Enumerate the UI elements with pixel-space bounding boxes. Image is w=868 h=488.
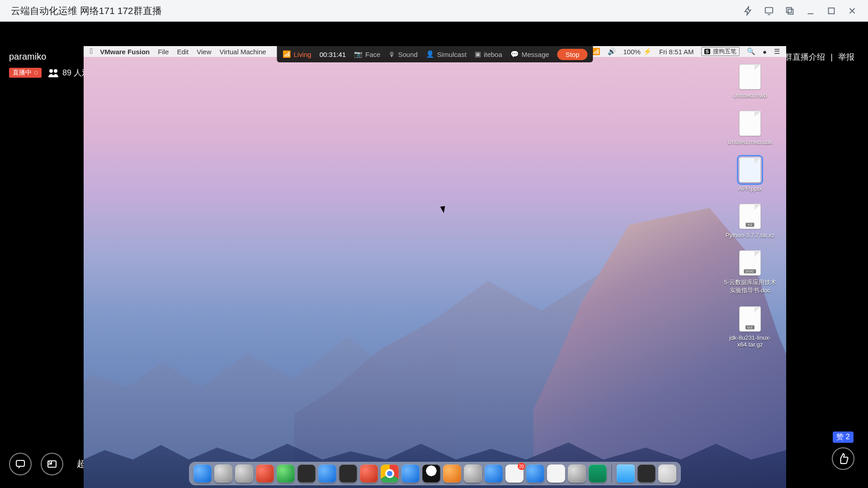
viewers-icon: [48, 68, 59, 77]
file-label: Untitled.mwb.bak: [727, 139, 773, 145]
desktop-file[interactable]: APP.pptx: [723, 157, 777, 192]
stream-status: 📶 Living: [283, 50, 311, 58]
toolbar-screen-icon[interactable]: [764, 6, 774, 16]
stream-simulcast-toggle[interactable]: 👤 Simulcast: [426, 50, 467, 58]
dock-separator: [611, 465, 612, 483]
chat-icon: [15, 459, 26, 469]
file-icon: XZ: [739, 204, 761, 229]
dock-item-display[interactable]: [637, 465, 656, 483]
like-button[interactable]: [832, 447, 854, 470]
player-stage: paramiko 直播中 89 人观看 群直播介绍 | 举报 赞 2 超清 说点…: [0, 22, 868, 488]
minimize-icon[interactable]: [806, 6, 816, 16]
stream-links: 群直播介绍 | 举报: [784, 52, 854, 62]
shared-screen:  VMware Fusion File Edit View Virtual M…: [84, 46, 786, 488]
svg-rect-2: [788, 9, 793, 14]
dock-item-netease[interactable]: [360, 465, 378, 483]
stream-message-toggle[interactable]: 💬 Message: [510, 50, 549, 58]
dock-item-app-2[interactable]: [256, 465, 274, 483]
link-intro[interactable]: 群直播介绍: [784, 52, 825, 62]
close-icon[interactable]: [847, 6, 857, 16]
stream-face-toggle[interactable]: 📷 Face: [354, 50, 380, 58]
svg-rect-0: [765, 7, 773, 13]
siri-icon[interactable]: ●: [763, 48, 767, 56]
svg-rect-3: [829, 8, 835, 14]
stream-whiteboard-toggle[interactable]: ▣ iteboa: [475, 50, 502, 58]
macos-dock: 20: [189, 462, 681, 485]
file-label: Python-3.7.7.tar.xz: [726, 232, 774, 239]
menubar-item-edit[interactable]: Edit: [177, 48, 189, 56]
maximize-icon[interactable]: [826, 6, 836, 16]
stream-sound-toggle[interactable]: 🎙 Sound: [388, 51, 417, 58]
file-label: 5-云数据库应用技术实验指导书.doc: [723, 278, 777, 295]
thumbs-up-icon: [837, 453, 849, 465]
toolbar-bolt-icon[interactable]: [743, 6, 753, 16]
file-icon: [739, 157, 761, 183]
like-widget: 赞 2: [832, 432, 854, 470]
file-label: APP.pptx: [738, 185, 762, 192]
file-type-badge: XZ: [745, 223, 754, 227]
wallpaper-mountains: [84, 208, 786, 488]
dock-item-finder[interactable]: [193, 465, 212, 483]
desktop-file[interactable]: XZPython-3.7.7.tar.xz: [723, 204, 777, 239]
apple-icon[interactable]: : [90, 47, 93, 56]
window-title: 云端自动化运维 网络171 172群直播: [11, 5, 743, 17]
dock-item-app-ds[interactable]: [443, 465, 461, 483]
dock-item-notes[interactable]: [318, 465, 336, 483]
file-label: jdk-8u231-linux-x64.tar.gz: [723, 334, 777, 348]
ime-indicator[interactable]: S搜狗五笔: [701, 47, 740, 56]
menubar-item-virtual-machine[interactable]: Virtual Machine: [220, 48, 266, 56]
dock-item-app-blue-1[interactable]: [485, 465, 503, 483]
dock-item-launchpad[interactable]: [214, 465, 232, 483]
svg-rect-1: [787, 7, 792, 12]
live-badge: 直播中: [9, 68, 42, 78]
dock-item-app-red-badge[interactable]: 20: [505, 465, 524, 483]
file-icon: [739, 111, 761, 136]
pip-button[interactable]: [41, 453, 63, 475]
svg-rect-6: [16, 460, 24, 466]
stream-timer: 00:31:41: [320, 51, 346, 58]
like-count-badge: 赞 2: [833, 432, 853, 443]
menubar-app-name[interactable]: VMware Fusion: [100, 48, 150, 56]
dock-item-app-1[interactable]: [235, 465, 253, 483]
dock-item-music[interactable]: [464, 465, 482, 483]
dock-item-terminal[interactable]: [297, 465, 316, 483]
dock-item-wps[interactable]: [401, 465, 420, 483]
stream-stop-button[interactable]: Stop: [557, 49, 588, 60]
menubar-item-file[interactable]: File: [158, 48, 169, 56]
dock-item-bird[interactable]: [547, 465, 565, 483]
desktop-icons-column: Untitled.mwbUntitled.mwb.bakAPP.pptxXZPy…: [723, 64, 777, 348]
chat-toggle-button[interactable]: [9, 453, 32, 475]
menubar-item-view[interactable]: View: [197, 48, 211, 56]
desktop-file[interactable]: Untitled.mwb.bak: [723, 111, 777, 145]
pip-icon: [47, 459, 57, 469]
file-type-badge: DOC: [744, 269, 756, 273]
link-report[interactable]: 举报: [838, 52, 854, 62]
svg-point-4: [49, 69, 53, 73]
host-window-titlebar: 云端自动化运维 网络171 172群直播: [0, 0, 868, 22]
dock-item-chrome[interactable]: [381, 465, 399, 483]
dock-item-folder[interactable]: [617, 465, 635, 483]
dock-item-app-circle[interactable]: [568, 465, 586, 483]
dock-item-teams[interactable]: [526, 465, 544, 483]
battery-status[interactable]: 100%⚡: [623, 47, 652, 56]
dock-badge: 20: [518, 463, 525, 470]
file-icon: GZ: [739, 306, 761, 332]
dock-item-trash[interactable]: [658, 465, 676, 483]
dock-item-intellij[interactable]: [339, 465, 357, 483]
desktop-file[interactable]: Untitled.mwb: [723, 64, 777, 99]
spotlight-icon[interactable]: 🔍: [747, 47, 755, 56]
file-icon: [739, 64, 761, 89]
dock-item-pycharm[interactable]: [589, 465, 607, 483]
dock-item-qq[interactable]: [422, 465, 440, 483]
file-icon: DOC: [739, 250, 761, 276]
volume-icon[interactable]: 🔊: [608, 47, 616, 56]
menubar-clock[interactable]: Fri 8:51 AM: [659, 48, 694, 56]
link-separator: |: [830, 52, 833, 62]
dock-item-wechat[interactable]: [277, 465, 295, 483]
notification-center-icon[interactable]: ☰: [774, 47, 780, 56]
svg-point-5: [54, 69, 57, 73]
toolbar-copy-icon[interactable]: [785, 6, 795, 16]
file-label: Untitled.mwb: [733, 92, 767, 99]
desktop-file[interactable]: GZjdk-8u231-linux-x64.tar.gz: [723, 306, 777, 348]
desktop-file[interactable]: DOC5-云数据库应用技术实验指导书.doc: [723, 250, 777, 295]
